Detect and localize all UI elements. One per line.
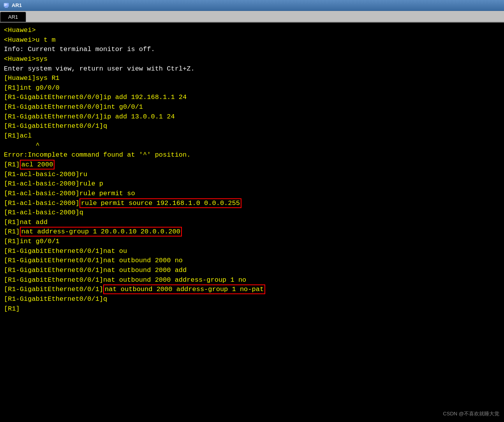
terminal-highlight: rule permit source 192.168.1.0 0.0.0.255: [79, 198, 241, 208]
terminal-line: [R1-GigabitEthernet0/0/1]q: [4, 122, 500, 131]
terminal-line: [R1-GigabitEthernet0/0/1]nat outbound 20…: [4, 266, 500, 275]
terminal-line: [R1]acl 2000: [4, 160, 500, 170]
terminal-prefix: [R1-GigabitEthernet0/0/1]: [4, 286, 103, 293]
terminal-line: [R1]int g0/0/1: [4, 237, 500, 247]
terminal-prefix: [R1]: [4, 228, 20, 235]
window-title: AR1: [12, 2, 22, 8]
svg-rect-1: [5, 7, 8, 8]
terminal-highlight: nat address-group 1 20.0.0.10 20.0.0.200: [20, 227, 182, 237]
terminal-line: <Huawei>: [4, 26, 500, 35]
terminal-line: [R1-GigabitEthernet0/0/0]ip add 192.168.…: [4, 93, 500, 102]
terminal-line: Error:Incomplete command found at '^' po…: [4, 150, 500, 160]
terminal-line: [Huawei]sys R1: [4, 74, 500, 83]
terminal-line: [R1-GigabitEthernet0/0/1]ip add 13.0.0.1…: [4, 112, 500, 122]
terminal-window: <Huawei><Huawei>u t mInfo: Current termi…: [0, 23, 504, 410]
terminal-line: [R1]: [4, 304, 500, 314]
tab-bar: AR1: [0, 11, 504, 23]
terminal-highlight: acl 2000: [20, 160, 55, 170]
terminal-line: [R1]acl: [4, 131, 500, 141]
terminal-line: [R1-GigabitEthernet0/0/1]nat outbound 20…: [4, 275, 500, 285]
terminal-line: Info: Current terminal monitor is off.: [4, 45, 500, 55]
terminal-line: [R1]int g0/0/0: [4, 83, 500, 93]
terminal-line: <Huawei>sys: [4, 55, 500, 64]
terminal-line: ^: [4, 141, 500, 151]
watermark: CSDN @不喜欢就睡大觉: [443, 410, 499, 417]
tab-label: AR1: [8, 14, 18, 20]
terminal-line: [R1-GigabitEthernet0/0/1]q: [4, 295, 500, 304]
terminal-prefix: [R1-acl-basic-2000]: [4, 200, 79, 207]
terminal-line: [R1-acl-basic-2000]rule p: [4, 179, 500, 189]
terminal-line: [R1-acl-basic-2000]rule permit so: [4, 189, 500, 199]
terminal-line: Enter system view, return user view with…: [4, 64, 500, 74]
app-icon: [3, 2, 9, 9]
terminal-prefix: [R1]: [4, 161, 20, 168]
terminal-line: [R1-acl-basic-2000]rule permit source 19…: [4, 199, 500, 208]
title-bar: AR1: [0, 0, 504, 11]
terminal-line: [R1]nat address-group 1 20.0.0.10 20.0.0…: [4, 227, 500, 237]
terminal-highlight: nat outbound 2000 address-group 1 no-pat: [103, 284, 265, 294]
terminal-line: [R1]nat add: [4, 218, 500, 228]
terminal-line: [R1-GigabitEthernet0/0/1]nat outbound 20…: [4, 285, 500, 295]
terminal-line: [R1-GigabitEthernet0/0/0]int g0/0/1: [4, 102, 500, 112]
terminal-line: <Huawei>u t m: [4, 35, 500, 45]
terminal-line: [R1-acl-basic-2000]q: [4, 208, 500, 218]
terminal-line: [R1-acl-basic-2000]ru: [4, 170, 500, 180]
terminal-line: [R1-GigabitEthernet0/0/1]nat ou: [4, 247, 500, 256]
terminal-line: [R1-GigabitEthernet0/0/1]nat outbound 20…: [4, 256, 500, 266]
tab-ar1[interactable]: AR1: [0, 12, 26, 22]
